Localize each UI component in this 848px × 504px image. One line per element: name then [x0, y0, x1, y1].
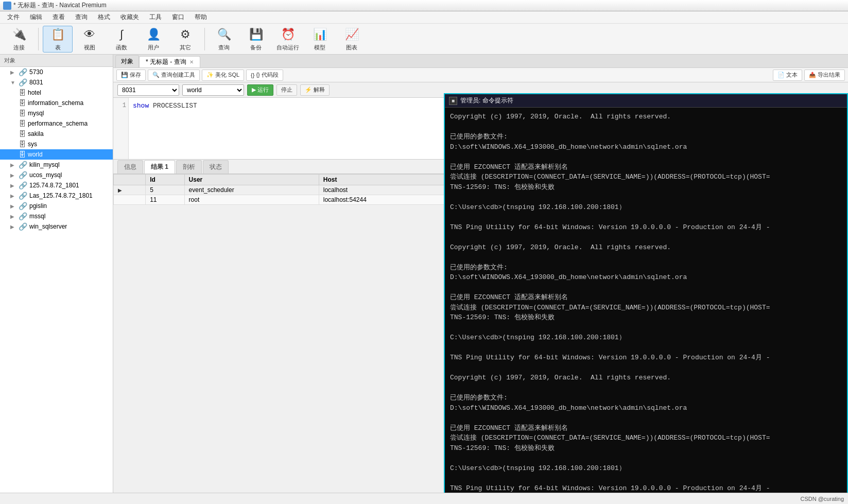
cell-id-2: 11	[146, 195, 184, 205]
sidebar-item-sakila[interactable]: 🗄 sakila	[0, 129, 113, 139]
tool-connect-label: 连接	[13, 44, 25, 51]
beautify-label: 美化 SQL	[215, 71, 239, 79]
sidebar-item-las125[interactable]: ▶ 🔗 Las_125.74.8.72_1801	[0, 190, 113, 201]
sidebar-item-125[interactable]: ▶ 🔗 125.74.8.72_1801	[0, 180, 113, 190]
tool-model-label: 模型	[314, 44, 325, 51]
query-builder-button[interactable]: 🔍 查询创建工具	[148, 69, 200, 81]
arrow-icon-win: ▶	[10, 224, 16, 230]
connection-icon-kilin: 🔗	[19, 161, 27, 169]
tab-info[interactable]: 信息	[117, 160, 143, 173]
menu-query[interactable]: 查询	[70, 12, 93, 23]
sidebar-item-mssql[interactable]: ▶ 🔗 mssql	[0, 211, 113, 221]
sidebar-item-hotel[interactable]: 🗄 hotel	[0, 88, 113, 98]
stop-button[interactable]: 停止	[276, 84, 297, 96]
export-icon: 📤	[809, 72, 816, 78]
other-icon: ⚙	[177, 26, 194, 43]
sidebar-item-kilin-mysql[interactable]: ▶ 🔗 kilin_mysql	[0, 160, 113, 170]
menu-format[interactable]: 格式	[93, 12, 115, 23]
sidebar-label-perf: performance_schema	[28, 120, 88, 127]
sidebar-label-sys: sys	[28, 141, 37, 148]
main-layout: 对象 ▶ 🔗 5730 ▼ 🔗 8031 🗄 hotel 🗄 informati…	[0, 55, 848, 504]
connection-icon-ucos: 🔗	[19, 171, 27, 179]
sidebar-label-125: 125.74.8.72_1801	[29, 182, 79, 189]
sidebar-header: 对象	[0, 55, 113, 67]
tool-query[interactable]: 🔍 查询	[209, 26, 239, 53]
tab-status[interactable]: 状态	[203, 160, 229, 173]
query-tab-1[interactable]: * 无标题 - 查询 ✕	[139, 56, 200, 67]
object-tab[interactable]: 对象	[115, 55, 139, 67]
sidebar-item-5730[interactable]: ▶ 🔗 5730	[0, 67, 113, 77]
tool-chart[interactable]: 📈 图表	[337, 26, 367, 53]
export-button[interactable]: 📤 导出结果	[804, 69, 845, 81]
sidebar-item-8031[interactable]: ▼ 🔗 8031	[0, 77, 113, 88]
text-button[interactable]: 📄 文本	[773, 69, 802, 81]
menu-view[interactable]: 查看	[47, 12, 70, 23]
text-label: 文本	[786, 71, 798, 79]
sidebar-item-performance-schema[interactable]: 🗄 performance_schema	[0, 118, 113, 129]
tool-backup[interactable]: 💾 备份	[241, 26, 271, 53]
run-button[interactable]: ▶ 运行	[247, 84, 273, 96]
menu-favorites[interactable]: 收藏夹	[115, 12, 144, 23]
col-header-user[interactable]: User	[184, 175, 319, 185]
connection-icon-las125: 🔗	[19, 192, 27, 200]
database-select[interactable]: world	[182, 84, 244, 96]
status-text: CSDN @curating	[800, 496, 844, 502]
sidebar-item-win-sqlserver[interactable]: ▶ 🔗 win_sqlserver	[0, 221, 113, 232]
sidebar-item-sys[interactable]: 🗄 sys	[0, 139, 113, 149]
sidebar-item-information-schema[interactable]: 🗄 information_schema	[0, 98, 113, 108]
col-header-id[interactable]: Id	[146, 175, 184, 185]
db-icon-sakila: 🗄	[19, 130, 26, 138]
tab-profile[interactable]: 剖析	[176, 160, 202, 173]
menu-window[interactable]: 窗口	[167, 12, 189, 23]
tab-result1[interactable]: 结果 1	[144, 160, 175, 173]
run-icon: ▶	[252, 86, 256, 93]
sidebar-item-world[interactable]: 🗄 world	[0, 149, 113, 160]
sidebar-label-win: win_sqlserver	[29, 223, 67, 230]
model-icon: 📊	[311, 26, 328, 43]
tool-query-label: 查询	[218, 44, 230, 51]
code-snippet-button[interactable]: {} {} 代码段	[246, 69, 283, 81]
connection-icon-5730: 🔗	[19, 68, 27, 76]
cmd-content[interactable]: Copyright (c) 1997, 2019, Oracle. All ri…	[445, 108, 847, 504]
beautify-button[interactable]: ✨ 美化 SQL	[202, 69, 244, 81]
toolbar-separator-2	[204, 28, 205, 50]
sidebar-label-mssql: mssql	[29, 213, 45, 220]
cmd-icon: ■	[449, 97, 457, 105]
row-arrow-2	[114, 195, 146, 205]
menu-bar: 文件 编辑 查看 查询 格式 收藏夹 工具 窗口 帮助	[0, 11, 848, 24]
menu-help[interactable]: 帮助	[189, 12, 212, 23]
connection-select[interactable]: 8031	[117, 84, 179, 96]
sidebar-item-ucos-mysql[interactable]: ▶ 🔗 ucos_mysql	[0, 170, 113, 180]
save-label: 保存	[130, 71, 141, 79]
save-button[interactable]: 💾 保存	[116, 69, 146, 81]
tool-function-label: 函数	[116, 44, 127, 51]
explain-button[interactable]: ⚡ 解释	[300, 84, 330, 96]
sidebar-item-pgislin[interactable]: ▶ 🔗 pgislin	[0, 201, 113, 211]
db-icon-perf: 🗄	[19, 119, 26, 128]
tool-other-label: 其它	[180, 44, 191, 51]
connection-icon-pgislin: 🔗	[19, 202, 27, 210]
tool-connect[interactable]: 🔌 连接	[4, 26, 34, 53]
tool-other[interactable]: ⚙ 其它	[170, 26, 200, 53]
tool-user[interactable]: 👤 用户	[139, 26, 168, 53]
cmd-title-text: 管理员: 命令提示符	[460, 96, 513, 105]
tool-view[interactable]: 👁 视图	[75, 26, 105, 53]
arrow-icon-mssql: ▶	[10, 214, 16, 219]
tab-close-icon[interactable]: ✕	[189, 59, 194, 65]
menu-file[interactable]: 文件	[2, 12, 25, 23]
tab-bar: 对象 * 无标题 - 查询 ✕	[113, 55, 848, 68]
tool-table[interactable]: 📋 表	[43, 26, 73, 53]
tool-model[interactable]: 📊 模型	[305, 26, 335, 53]
export-label: 导出结果	[818, 71, 840, 79]
user-icon: 👤	[145, 26, 162, 43]
menu-tools[interactable]: 工具	[144, 12, 167, 23]
sidebar-label-mysql: mysql	[28, 110, 44, 117]
view-icon: 👁	[81, 26, 98, 43]
tab-status-label: 状态	[210, 163, 222, 170]
menu-edit[interactable]: 编辑	[25, 12, 47, 23]
sidebar-item-mysql[interactable]: 🗄 mysql	[0, 108, 113, 118]
tool-autorun[interactable]: ⏰ 自动运行	[273, 26, 303, 53]
tool-function[interactable]: ∫ 函数	[107, 26, 136, 53]
tool-view-label: 视图	[84, 44, 95, 51]
col-header-host[interactable]: Host	[319, 175, 448, 185]
